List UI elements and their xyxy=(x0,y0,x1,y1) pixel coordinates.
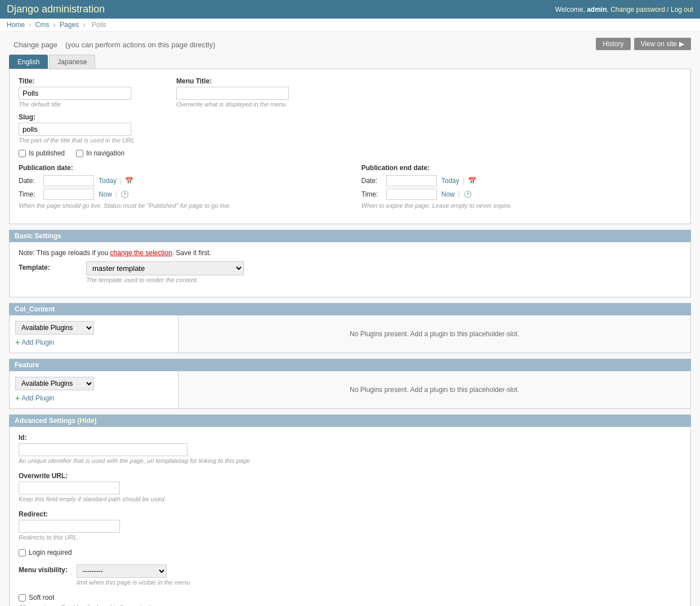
calendar-end-icon[interactable]: 📅 xyxy=(468,177,476,185)
site-title: Django administration xyxy=(7,3,105,15)
is-published-checkbox[interactable] xyxy=(19,150,26,157)
col-content-plugin-section: Available Plugins + Add Plugin No Plugin… xyxy=(10,315,690,353)
breadcrumb-current: Polls xyxy=(92,21,106,29)
feature-body: Available Plugins + Add Plugin No Plugin… xyxy=(9,371,691,409)
menu-visibility-label: Menu visibility: xyxy=(19,564,68,574)
username: admin xyxy=(587,6,607,14)
col-content-plugin-select[interactable]: Available Plugins xyxy=(15,321,94,335)
slug-label: Slug: xyxy=(19,113,135,121)
pub-date-col: Publication date: Date: Today | 📅 Time: … xyxy=(19,164,339,209)
pub-end-help: When to expire the page. Leave empty to … xyxy=(362,202,682,209)
tab-japanese[interactable]: Japanese xyxy=(49,55,95,69)
pub-date-time-row: Time: Now | 🕐 xyxy=(19,189,339,200)
title-input[interactable] xyxy=(19,87,131,100)
pub-end-today-link[interactable]: Today xyxy=(442,177,460,185)
feature-header: Feature xyxy=(9,359,691,371)
pub-date-date-input[interactable] xyxy=(43,175,94,186)
pub-end-time-label: Time: xyxy=(362,190,384,198)
pub-date-date-row: Date: Today | 📅 xyxy=(19,175,339,186)
overwrite-url-input[interactable] xyxy=(19,482,120,494)
change-password-link[interactable]: Change password xyxy=(610,6,665,14)
template-field-row: Template: master template The template u… xyxy=(19,261,681,283)
menu-visibility-row: Menu visibility: --------- limit when th… xyxy=(19,564,681,586)
soft-root-label: Soft root xyxy=(29,594,54,601)
in-navigation-label: In navigation xyxy=(86,149,124,157)
menu-title-help: Overwrite what is displayed in the menu xyxy=(176,101,289,108)
pub-date-time-label: Time: xyxy=(19,190,41,198)
pub-end-col: Publication end date: Date: Today | 📅 Ti… xyxy=(362,164,682,209)
pub-date-today-link[interactable]: Today xyxy=(99,177,117,185)
title-buttons: History View on site ▶ xyxy=(596,38,691,50)
clock-icon[interactable]: 🕐 xyxy=(121,190,129,198)
breadcrumb-cms[interactable]: Cms xyxy=(35,21,50,29)
slug-input[interactable] xyxy=(19,123,131,136)
calendar-icon[interactable]: 📅 xyxy=(125,177,133,185)
pub-end-time-row: Time: Now | 🕐 xyxy=(362,189,682,200)
menu-vis-layout: Menu visibility: --------- limit when th… xyxy=(19,564,681,586)
basic-settings-note: Note: This page reloads if you change th… xyxy=(19,249,681,257)
col-content-plugin-slot: No Plugins present. Add a plugin to this… xyxy=(179,315,690,353)
breadcrumb-home[interactable]: Home xyxy=(7,21,25,29)
soft-root-field: Soft root xyxy=(19,594,681,601)
hide-advanced-link[interactable]: Hide xyxy=(79,417,94,425)
feature-plugin-select[interactable]: Available Plugins xyxy=(15,377,94,390)
breadcrumb-sep3: › xyxy=(83,21,87,29)
login-required-row: Login required xyxy=(19,549,681,556)
pub-date-help: When the page should go live. Status mus… xyxy=(19,202,339,209)
feature-no-plugins-text: No Plugins present. Add a plugin to this… xyxy=(350,386,519,394)
pub-end-date-label: Date: xyxy=(362,177,384,185)
pub-end-date-input[interactable] xyxy=(386,175,437,186)
col-content-add-plugin-button[interactable]: + Add Plugin xyxy=(15,338,54,347)
slug-field: Slug: The part of the title that is used… xyxy=(19,113,135,144)
id-field-row: Id: An unique identifier that is used wi… xyxy=(19,434,681,464)
overwrite-url-label: Overwrite URL: xyxy=(19,472,681,480)
logout-link[interactable]: Log out xyxy=(671,6,693,14)
in-navigation-checkbox[interactable] xyxy=(76,150,83,157)
feature-plus-icon: + xyxy=(15,394,20,403)
view-on-site-button[interactable]: View on site ▶ xyxy=(634,38,691,50)
pub-end-time-input[interactable] xyxy=(386,189,437,200)
menu-visibility-select[interactable]: --------- xyxy=(77,564,167,578)
main-form-section: Title: The default title Menu Title: Ove… xyxy=(9,69,691,224)
feature-plugin-slot: No Plugins present. Add a plugin to this… xyxy=(179,371,690,408)
is-published-label: Is published xyxy=(29,149,65,157)
feature-add-plugin-button[interactable]: + Add Plugin xyxy=(15,394,54,403)
feature-add-plugin-label: Add Plugin xyxy=(21,394,54,402)
redirect-label: Redirect: xyxy=(19,510,681,518)
pub-date-now-link[interactable]: Now xyxy=(99,190,112,198)
menu-vis-content: --------- limit when this page is visibl… xyxy=(77,564,190,586)
history-button[interactable]: History xyxy=(596,38,630,50)
in-navigation-field: In navigation xyxy=(76,149,124,157)
login-required-label: Login required xyxy=(29,549,72,556)
soft-root-checkbox[interactable] xyxy=(19,594,26,601)
pub-end-cal-sep: | xyxy=(463,177,465,185)
template-label: Template: xyxy=(19,261,86,271)
menu-title-field: Menu Title: Overwrite what is displayed … xyxy=(176,77,289,108)
add-plugin-plus-icon: + xyxy=(15,338,20,347)
pub-date-time-input[interactable] xyxy=(43,189,94,200)
page-title: Change page (you can perform actions on … xyxy=(9,37,215,50)
pub-date-time-sep: | xyxy=(115,190,117,198)
basic-settings-body: Note: This page reloads if you change th… xyxy=(9,242,691,297)
breadcrumb: Home › Cms › Pages › Polls xyxy=(0,19,700,32)
is-published-field: Is published xyxy=(19,149,65,157)
col-content-no-plugins-text: No Plugins present. Add a plugin to this… xyxy=(350,330,519,338)
redirect-input[interactable] xyxy=(19,520,120,533)
template-select[interactable]: master template xyxy=(86,261,244,275)
login-required-field: Login required xyxy=(19,549,72,556)
breadcrumb-pages[interactable]: Pages xyxy=(60,21,79,29)
clock-end-icon[interactable]: 🕐 xyxy=(463,190,472,198)
id-input[interactable] xyxy=(19,443,188,456)
tab-english[interactable]: English xyxy=(9,55,48,69)
login-required-checkbox[interactable] xyxy=(19,549,26,556)
menu-title-input[interactable] xyxy=(176,87,289,100)
pub-date-date-label: Date: xyxy=(19,177,41,185)
title-menutitle-row: Title: The default title Menu Title: Ove… xyxy=(19,77,681,108)
pub-end-now-link[interactable]: Now xyxy=(442,190,455,198)
change-selection-link[interactable]: change the selection xyxy=(110,249,172,257)
breadcrumb-sep1: › xyxy=(29,21,33,29)
soft-root-row: Soft root All ancestors will not be disp… xyxy=(19,594,681,606)
slug-row: Slug: The part of the title that is used… xyxy=(19,113,681,144)
soft-root-help: All ancestors will not be displayed in t… xyxy=(19,604,681,606)
publication-dates-row: Publication date: Date: Today | 📅 Time: … xyxy=(19,164,681,209)
